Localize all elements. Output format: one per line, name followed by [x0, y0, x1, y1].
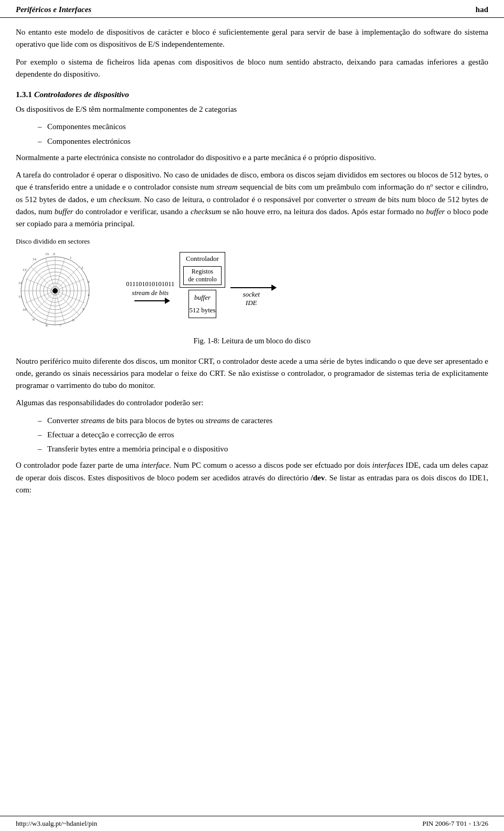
- paragraph-7: O controlador pode fazer parte de uma in…: [16, 459, 488, 496]
- svg-text:6: 6: [72, 318, 75, 322]
- list-item-mecanicos: Componentes mecânicos: [47, 121, 488, 133]
- list-item-electronicos: Componentes electrónicos: [47, 135, 488, 148]
- socket-arrow: [230, 287, 272, 288]
- buffer-outer-box: buffer 512 bytes: [188, 290, 216, 318]
- svg-text:15: 15: [45, 252, 49, 256]
- svg-text:10: 10: [23, 308, 27, 312]
- header-title: Periféricos e Interfaces: [16, 5, 91, 14]
- disk-section: Disco dividido em sectores: [16, 237, 121, 328]
- disk-label: Disco dividido em sectores: [16, 237, 90, 246]
- svg-text:0: 0: [53, 252, 55, 256]
- svg-point-33: [52, 288, 58, 293]
- controller-title: Controlador: [183, 253, 222, 264]
- fig-caption: Fig. 1-8: Leitura de um bloco do disco: [16, 335, 488, 346]
- main-content: No entanto este modelo de dispositivos d…: [0, 22, 504, 831]
- footer-info: PIN 2006-7 T01 - 13/26: [423, 819, 488, 828]
- page: Periféricos e Interfaces had No entanto …: [0, 0, 504, 831]
- component-list: Componentes mecânicos Componentes electr…: [47, 121, 488, 148]
- paragraph-6: Algumas das responsabilidades do control…: [16, 397, 488, 409]
- svg-text:2: 2: [81, 266, 83, 270]
- bytes-label: 512 bytes: [189, 305, 215, 318]
- svg-text:8: 8: [46, 323, 48, 328]
- page-footer: http://w3.ualg.pt/~hdaniel/pin PIN 2006-…: [0, 816, 504, 831]
- buffer-label: buffer: [189, 290, 216, 305]
- section-intro: Os dispositivos de E/S têm normalmente c…: [16, 103, 488, 115]
- paragraph-3: Normalmente a parte electrónica consiste…: [16, 152, 488, 164]
- svg-text:4: 4: [88, 293, 90, 297]
- resp-item-3: Transferir bytes entre a memória princip…: [47, 443, 488, 455]
- stream-binary: 011101010101011 stream de bits: [126, 280, 174, 298]
- socket-arrow-line: [230, 287, 272, 288]
- registos-box: Registos de controlo: [183, 266, 221, 285]
- socket-section: socket IDE: [230, 287, 272, 307]
- section-heading-131: 1.3.1 Controladores de dispositivo: [16, 90, 488, 99]
- paragraph-4: A tarefa do controlador é operar o dispo…: [16, 169, 488, 230]
- socket-label: socket IDE: [243, 290, 259, 307]
- resp-item-1: Converter streams de bits para blocos de…: [47, 415, 488, 427]
- paragraph-2: Por exemplo o sistema de ficheiros lida …: [16, 56, 488, 81]
- svg-text:11: 11: [18, 294, 22, 299]
- arrow: [134, 300, 166, 301]
- disk-svg: 0 1 2 3 4 5 6 7 8 9 10 11 12 13 14 15: [16, 249, 94, 328]
- svg-text:3: 3: [88, 280, 90, 284]
- svg-text:12: 12: [18, 281, 23, 285]
- diagram-area: Disco dividido em sectores: [16, 237, 488, 328]
- svg-text:14: 14: [33, 257, 37, 261]
- svg-text:1: 1: [70, 256, 72, 260]
- stream-arrow: [134, 300, 166, 301]
- svg-text:7: 7: [59, 323, 61, 328]
- footer-url: http://w3.ualg.pt/~hdaniel/pin: [16, 819, 97, 828]
- page-header: Periféricos e Interfaces had: [0, 0, 504, 18]
- controller-outer-box: Controlador Registos de controlo: [180, 252, 225, 288]
- responsibilities-list: Converter streams de bits para blocos de…: [47, 415, 488, 456]
- resp-item-2: Efectuar a detecção e correcção de erros: [47, 429, 488, 441]
- svg-text:13: 13: [23, 268, 27, 272]
- controller-buffer-boxes: Controlador Registos de controlo buffer …: [180, 252, 225, 318]
- svg-text:9: 9: [33, 318, 35, 322]
- paragraph-5: Noutro periférico muito diferente dos di…: [16, 355, 488, 392]
- svg-text:5: 5: [82, 307, 85, 311]
- paragraph-1: No entanto este modelo de dispositivos d…: [16, 26, 488, 51]
- header-right: had: [476, 5, 488, 14]
- stream-section: 011101010101011 stream de bits: [126, 280, 174, 301]
